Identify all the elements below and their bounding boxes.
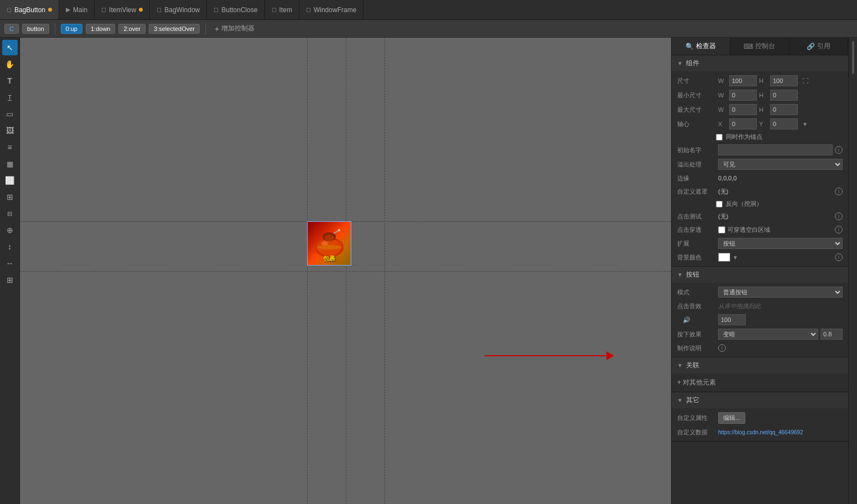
custom-data-value: https://blog.csdn.net/qq_46649692	[718, 429, 843, 435]
tab-windowframe[interactable]: ◻ WindowFrame	[299, 0, 363, 19]
tool-list[interactable]: ≡	[2, 139, 18, 155]
custom-data-label: 自定义数据	[677, 428, 716, 437]
tool-t5[interactable]: ↕	[2, 239, 18, 254]
tool-image[interactable]: 🖼	[2, 123, 18, 138]
add-controller-button[interactable]: + 增加控制器	[211, 23, 258, 34]
guide-v-center	[346, 38, 346, 504]
state-over[interactable]: 2:over	[118, 24, 146, 34]
size-h-label: H	[759, 77, 768, 84]
state-over-label: 2:over	[123, 25, 141, 32]
pivot-y-input[interactable]	[770, 118, 798, 129]
min-w-pair: W	[718, 90, 757, 101]
bg-color-swatch[interactable]	[718, 253, 730, 262]
tool-widget[interactable]: ⊞	[2, 189, 18, 205]
reverse-checkbox-row: 反向（挖洞）	[672, 198, 848, 210]
tool-t3[interactable]: ⊟	[2, 206, 18, 221]
canvas-area[interactable]: 包裹	[20, 38, 671, 504]
tool-select[interactable]: ↖	[2, 40, 18, 55]
section-relation-header[interactable]: ▼ 关联	[672, 357, 848, 373]
max-h-input[interactable]	[770, 104, 798, 115]
svg-point-3	[324, 235, 334, 241]
sidebar-scroll-bar[interactable]	[852, 41, 854, 74]
custom-mask-info-icon[interactable]: i	[835, 188, 843, 195]
reference-icon: 🔗	[807, 43, 815, 50]
hit-through-info-icon[interactable]: i	[835, 226, 843, 233]
section-button-header[interactable]: ▼ 按钮	[672, 267, 848, 283]
mode-select[interactable]: 普通按钮	[718, 287, 843, 298]
expand-select[interactable]: 按钮	[718, 238, 843, 249]
tab-main[interactable]: ▶ Main	[59, 0, 95, 19]
tool-box[interactable]: ⬜	[2, 173, 18, 188]
anchor-checkbox-label: 同时作为锚点	[726, 133, 762, 141]
tool-rect[interactable]: ▭	[2, 106, 18, 122]
tool-grid[interactable]: ▦	[2, 156, 18, 172]
state-up-label: 0:up	[66, 25, 77, 32]
pivot-x-label: X	[718, 121, 727, 127]
state-selectedover[interactable]: 3:selectedOver	[149, 24, 200, 34]
svg-point-6	[338, 229, 340, 231]
max-w-input[interactable]	[729, 104, 757, 115]
tool-t4[interactable]: ⊕	[2, 222, 18, 238]
hit-through-checkbox[interactable]	[718, 226, 725, 233]
press-effect-select[interactable]: 变暗	[718, 329, 818, 340]
overflow-select[interactable]: 可见	[718, 159, 843, 170]
init-name-info-icon[interactable]: i	[835, 146, 843, 154]
tab-item[interactable]: ◻ Item	[265, 0, 299, 19]
size-h-input[interactable]	[770, 75, 798, 86]
type-label: button	[27, 25, 44, 32]
tool-hand[interactable]: ✋	[2, 56, 18, 72]
min-w-input[interactable]	[729, 90, 757, 101]
init-name-input[interactable]	[718, 144, 833, 155]
min-h-input[interactable]	[770, 90, 798, 101]
arrow-head	[606, 351, 614, 360]
size-w-input[interactable]	[729, 75, 757, 86]
tool-t6[interactable]: ↔	[2, 256, 18, 271]
tool-text[interactable]: T	[2, 73, 18, 89]
bag-button-inner: 包裹	[308, 222, 351, 265]
prop-bg-color: 背景颜色 ▼ i	[672, 251, 848, 264]
anchor-checkbox[interactable]	[716, 134, 723, 141]
tool-text2[interactable]: T	[2, 90, 18, 105]
inspector-tab-reference[interactable]: 🔗 引用	[790, 38, 848, 55]
inspector-tab-inspector[interactable]: 🔍 检查器	[672, 38, 730, 55]
custom-attr-edit-button[interactable]: 编辑...	[718, 412, 745, 424]
section-other: ▼ 其它 自定义属性 编辑... 自定义数据 https://blog.csdn…	[672, 392, 848, 441]
pivot-y-pair: Y	[759, 118, 798, 129]
min-size-label: 最小尺寸	[677, 91, 716, 100]
custom-mask-label: 自定义遮罩	[677, 188, 716, 196]
pivot-y-label: Y	[759, 121, 768, 127]
volume-input[interactable]	[718, 314, 746, 325]
section-button: ▼ 按钮 模式 普通按钮 点击音效 从库中拖拽到此 🔊	[672, 267, 848, 357]
tab-label-itemview: ItemView	[109, 6, 136, 14]
min-h-label: H	[759, 92, 768, 98]
section-other-header[interactable]: ▼ 其它	[672, 392, 848, 408]
state-down[interactable]: 1:down	[86, 24, 115, 34]
pivot-dropdown[interactable]: ▼	[802, 121, 808, 127]
reverse-checkbox[interactable]	[716, 201, 723, 207]
hit-test-info-icon[interactable]: i	[835, 212, 843, 220]
min-h-pair: H	[759, 90, 798, 101]
pivot-label: 轴心	[677, 120, 716, 128]
inspector-tab-console[interactable]: ⌨ 控制台	[730, 38, 789, 55]
tab-itemview[interactable]: ◻ ItemView	[95, 0, 150, 19]
state-up[interactable]: 0:up	[61, 24, 82, 34]
pivot-x-input[interactable]	[729, 118, 757, 129]
section-component-header[interactable]: ▼ 组件	[672, 55, 848, 71]
tool-t7[interactable]: ⊞	[2, 272, 18, 288]
prop-custom-data: 自定义数据 https://blog.csdn.net/qq_46649692	[672, 425, 848, 439]
tab-bagbutton[interactable]: ◻ BagButton	[0, 0, 59, 19]
bg-color-dropdown[interactable]: ▼	[733, 254, 738, 261]
make-desc-info-icon[interactable]: i	[718, 344, 726, 352]
tab-icon-buttonclose: ◻	[214, 6, 219, 13]
bag-button-object[interactable]: 包裹	[307, 221, 351, 266]
tab-label-item: Item	[279, 6, 292, 14]
tab-bagwindow[interactable]: ◻ BagWindow	[150, 0, 207, 19]
bg-color-label: 背景颜色	[677, 253, 716, 262]
expand-icon[interactable]: ⛶	[802, 77, 808, 84]
prop-mode: 模式 普通按钮	[672, 285, 848, 299]
tab-buttonclose[interactable]: ◻ ButtonClose	[207, 0, 264, 19]
prop-overflow: 溢出处理 可见	[672, 157, 848, 172]
press-effect-number-input[interactable]	[820, 329, 843, 340]
bg-color-info-icon[interactable]: i	[835, 253, 843, 261]
add-relation-button[interactable]: + 对其他元素	[672, 376, 848, 389]
